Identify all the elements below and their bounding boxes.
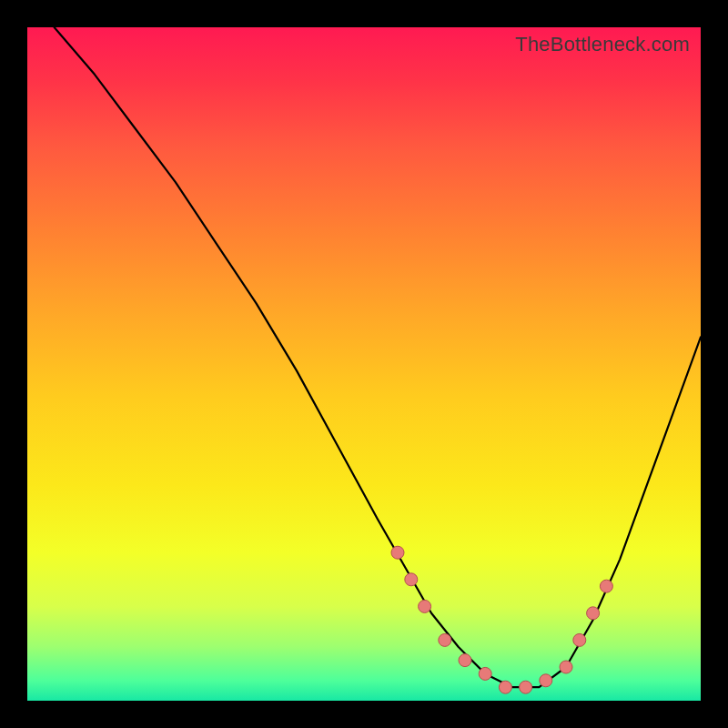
curve-marker [600, 580, 612, 592]
curve-marker [479, 667, 491, 680]
chart-frame: TheBottleneck.com [27, 27, 701, 701]
bottleneck-curve [55, 27, 701, 687]
curve-marker [405, 573, 418, 586]
curve-marker [520, 681, 532, 693]
curve-marker [573, 633, 586, 646]
curve-marker [560, 661, 572, 673]
curve-marker [439, 633, 451, 646]
curve-marker [587, 607, 600, 620]
curve-marker [499, 681, 511, 693]
chart-plot [27, 27, 701, 701]
curve-marker [419, 600, 431, 612]
curve-marker [391, 546, 404, 559]
curve-marker [459, 654, 471, 667]
curve-marker [540, 674, 552, 687]
watermark-label: TheBottleneck.com [515, 33, 690, 56]
marker-group [391, 546, 612, 693]
